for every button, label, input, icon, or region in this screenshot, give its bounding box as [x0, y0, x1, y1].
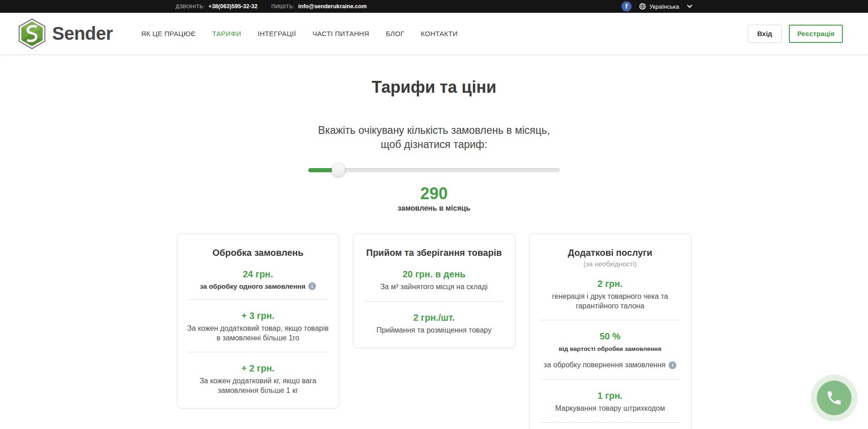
pricing-page: Тарифи та ціни Вкажіть очікувану кількіс… [0, 78, 868, 429]
nav-contacts[interactable]: КОНТАКТИ [421, 30, 458, 37]
price-description: За кожен додатковий товар, якщо товарів … [187, 324, 330, 343]
nav-integrations[interactable]: ІНТЕГРАЦІЇ [258, 30, 296, 37]
page-title: Тарифи та ціни [0, 78, 868, 97]
pricing-cards: Обробка замовлень 24 грн. за обробку одн… [0, 233, 868, 429]
orders-slider[interactable] [308, 163, 560, 177]
nav-how-it-works[interactable]: ЯК ЦЕ ПРАЦЮЄ [141, 30, 196, 37]
chevron-down-icon[interactable] [687, 5, 692, 8]
sender-logo[interactable]: Sender [18, 18, 113, 49]
price-value: + 3 грн. [187, 311, 330, 321]
email-link[interactable]: info@senderukraine.com [298, 3, 367, 10]
call-fab-button[interactable] [811, 375, 857, 421]
globe-icon [639, 3, 646, 10]
card-title: Додаткові послуги [539, 248, 682, 258]
slider-prompt-line2: щоб дізнатися тариф: [0, 138, 868, 152]
slider-handle[interactable] [332, 163, 345, 177]
phone-link[interactable]: +38(063)595-32-32 [209, 3, 257, 10]
price-description: За кожен додатковий кг, якщо вага замовл… [187, 376, 330, 395]
price-value: 50 % [539, 331, 682, 342]
price-value: + 2 грн. [187, 363, 330, 374]
call-label: ДЗВОНІТЬ: [176, 4, 205, 9]
nav-tariffs[interactable]: ТАРИФИ [212, 30, 241, 37]
price-value: 24 грн. [187, 269, 330, 280]
facebook-icon[interactable]: f [622, 1, 632, 11]
card-title: Прийом та зберігання товарів [363, 248, 506, 258]
price-label: від вартості обробки замовлення [539, 345, 682, 352]
phone-icon [825, 389, 843, 407]
price-value: 1 грн. [539, 391, 682, 401]
orders-count-value: 290 [0, 184, 868, 203]
header: Sender ЯК ЦЕ ПРАЦЮЄ ТАРИФИ ІНТЕГРАЦІЇ ЧА… [0, 13, 868, 55]
slider-track[interactable] [308, 168, 560, 172]
orders-count-label: замовлень в місяць [0, 204, 868, 212]
divider [541, 422, 680, 423]
main-nav: ЯК ЦЕ ПРАЦЮЄ ТАРИФИ ІНТЕГРАЦІЇ ЧАСТІ ПИТ… [141, 30, 458, 37]
info-icon[interactable]: i [308, 282, 316, 290]
price-value: 20 грн. в день [363, 269, 506, 280]
divider [364, 301, 504, 302]
topbar-contacts: ДЗВОНІТЬ: +38(063)595-32-32 ПИШІТЬ: info… [176, 3, 367, 10]
divider [541, 379, 680, 380]
write-label: ПИШІТЬ: [271, 4, 295, 9]
card-storage: Прийом та зберігання товарів 20 грн. в д… [353, 233, 515, 348]
divider [541, 320, 680, 320]
card-order-processing: Обробка замовлень 24 грн. за обробку одн… [177, 233, 339, 408]
topbar: ДЗВОНІТЬ: +38(063)595-32-32 ПИШІТЬ: info… [0, 0, 868, 13]
brand-name: Sender [52, 23, 113, 44]
sender-logo-icon [18, 18, 46, 49]
info-icon[interactable]: i [669, 361, 676, 369]
price-value: 2 грн. [539, 279, 682, 289]
price-value: 2 грн./шт. [363, 312, 506, 323]
register-button[interactable]: Реєстрація [789, 25, 843, 43]
divider [188, 352, 328, 352]
nav-blog[interactable]: БЛОГ [386, 30, 404, 37]
price-description: Приймання та розміщення товару [363, 326, 506, 335]
price-label: за обробку одного замовлення [200, 282, 305, 290]
divider [188, 299, 328, 300]
price-description: За м³ зайнятого місця на складі [363, 282, 506, 291]
price-description: за обробку повернення замовлення [544, 360, 665, 370]
language-selector[interactable]: Українська [639, 3, 692, 10]
price-description: генерація і друк товарного чека та гаран… [539, 292, 682, 311]
card-subtitle: (за необхідності) [539, 260, 682, 268]
slider-prompt-line1: Вкажіть очікувану кількість замовлень в … [0, 123, 868, 138]
price-description: Маркування товару штрихкодом [539, 404, 682, 413]
nav-faq[interactable]: ЧАСТІ ПИТАННЯ [312, 30, 369, 37]
login-button[interactable]: Вхід [748, 25, 782, 43]
card-additional-services: Додаткові послуги (за необхідності) 2 гр… [529, 233, 691, 429]
slider-prompt: Вкажіть очікувану кількість замовлень в … [0, 123, 868, 151]
card-title: Обробка замовлень [187, 248, 330, 258]
language-label: Українська [649, 3, 679, 10]
